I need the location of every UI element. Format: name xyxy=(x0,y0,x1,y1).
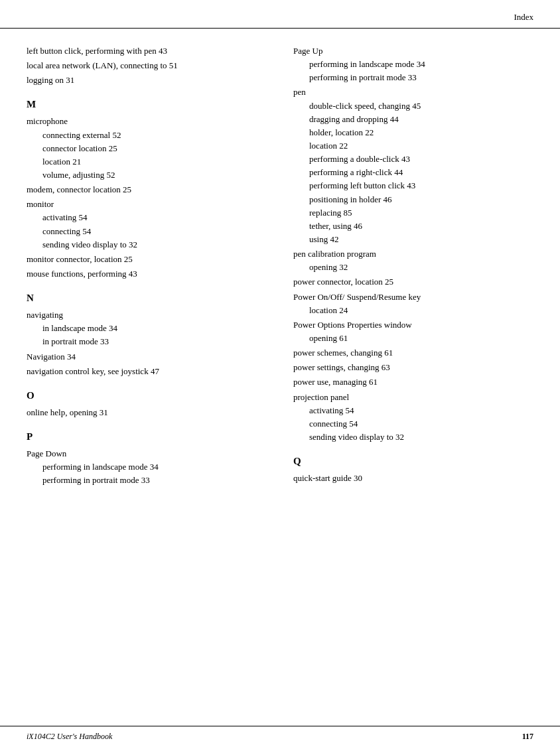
index-entry: online help, opening 31 xyxy=(27,406,267,419)
section-letter: N xyxy=(27,290,267,306)
main-term: power settings, changing 63 xyxy=(293,362,390,372)
index-entry: Page Downperforming in landscape mode 34… xyxy=(27,447,267,487)
sub-term: performing in landscape mode 34 xyxy=(293,58,533,71)
index-entry: Power Options Properties windowopening 6… xyxy=(293,318,533,345)
sub-term: location 21 xyxy=(27,155,267,169)
sub-term: connecting external 52 xyxy=(27,129,267,142)
main-term: logging on 31 xyxy=(27,75,74,85)
sub-term: performing in portrait mode 33 xyxy=(293,71,533,84)
sub-term: dragging and dropping 44 xyxy=(293,113,533,126)
sub-term: activating 54 xyxy=(27,211,267,224)
index-entry: Navigation 34 xyxy=(27,350,267,364)
sub-term: sending video display to 32 xyxy=(27,238,267,251)
main-term: navigation control key, see joystick 47 xyxy=(27,366,159,376)
left-column: left button click, performing with pen 4… xyxy=(27,44,280,488)
index-entry: navigatingin landscape mode 34in portrai… xyxy=(27,308,267,348)
main-term: pen xyxy=(293,87,306,97)
sub-term: performing a double-click 43 xyxy=(293,153,533,166)
footer-title: iX104C2 User's Handbook xyxy=(27,732,112,742)
sub-term: holder, location 22 xyxy=(293,126,533,139)
section-letter: O xyxy=(27,387,267,403)
sub-term: activating 54 xyxy=(293,404,533,417)
main-term: online help, opening 31 xyxy=(27,407,108,417)
index-entry: navigation control key, see joystick 47 xyxy=(27,365,267,378)
main-term: power schemes, changing 61 xyxy=(293,348,393,358)
main-term: power use, managing 61 xyxy=(293,377,378,387)
sub-term: performing in landscape mode 34 xyxy=(27,460,267,474)
index-entry: quick-start guide 30 xyxy=(293,472,533,485)
sub-term: double-click speed, changing 45 xyxy=(293,100,533,113)
sub-term: connecting 54 xyxy=(293,417,533,431)
main-term: Navigation 34 xyxy=(27,352,76,362)
index-entry: Power On/Off/ Suspend/Resume keylocation… xyxy=(293,291,533,317)
section-letter: M xyxy=(27,96,267,112)
main-term: mouse functions, performing 43 xyxy=(27,269,137,279)
index-entry: power use, managing 61 xyxy=(293,375,533,389)
page-container: Index left button click, performing with… xyxy=(0,0,560,747)
index-entry: Page Upperforming in landscape mode 34pe… xyxy=(293,44,533,84)
index-entry: power connector, location 25 xyxy=(293,275,533,289)
section-letter: P xyxy=(27,429,267,444)
index-entry: left button click, performing with pen 4… xyxy=(27,44,267,58)
sub-term: using 42 xyxy=(293,233,533,246)
main-term: pen calibration program xyxy=(293,249,376,259)
index-entry: logging on 31 xyxy=(27,74,267,87)
sub-term: sending video display to 32 xyxy=(293,431,533,444)
main-term: Page Down xyxy=(27,448,66,458)
sub-term: performing a right-click 44 xyxy=(293,166,533,179)
index-entry: mouse functions, performing 43 xyxy=(27,267,267,281)
main-term: quick-start guide 30 xyxy=(293,473,362,483)
main-term: Page Up xyxy=(293,46,322,56)
index-entry: modem, connector location 25 xyxy=(27,183,267,196)
sub-term: performing in portrait mode 33 xyxy=(27,474,267,487)
main-term: Power On/Off/ Suspend/Resume key xyxy=(293,292,421,302)
index-entry: projection panelactivating 54connecting … xyxy=(293,391,533,444)
index-entry: microphoneconnecting external 52connecto… xyxy=(27,115,267,182)
sub-term: in portrait mode 33 xyxy=(27,335,267,348)
index-entry: monitoractivating 54connecting 54sending… xyxy=(27,198,267,251)
main-term: monitor xyxy=(27,199,54,209)
sub-term: replacing 85 xyxy=(293,206,533,220)
sub-term: location 22 xyxy=(293,139,533,153)
index-entry: local area network (LAN), connecting to … xyxy=(27,59,267,72)
index-entry: power settings, changing 63 xyxy=(293,361,533,374)
index-entry: monitor connector, location 25 xyxy=(27,253,267,266)
main-term: Power Options Properties window xyxy=(293,320,412,330)
page-header: Index xyxy=(0,0,560,29)
sub-term: tether, using 46 xyxy=(293,220,533,233)
main-term: left button click, performing with pen 4… xyxy=(27,46,167,56)
section-letter: Q xyxy=(293,453,533,469)
content-area: left button click, performing with pen 4… xyxy=(0,29,560,528)
sub-term: connector location 25 xyxy=(27,142,267,155)
sub-term: location 24 xyxy=(293,304,533,317)
sub-term: connecting 54 xyxy=(27,225,267,238)
sub-term: volume, adjusting 52 xyxy=(27,169,267,182)
index-entry: pen calibration programopening 32 xyxy=(293,247,533,274)
main-term: monitor connector, location 25 xyxy=(27,254,133,264)
header-title: Index xyxy=(514,12,533,22)
main-term: navigating xyxy=(27,310,63,320)
right-column: Page Upperforming in landscape mode 34pe… xyxy=(280,44,533,488)
sub-term: performing left button click 43 xyxy=(293,179,533,192)
footer-page-number: 117 xyxy=(522,732,533,742)
main-term: microphone xyxy=(27,116,68,126)
main-term: power connector, location 25 xyxy=(293,277,393,287)
sub-term: opening 61 xyxy=(293,332,533,345)
main-term: modem, connector location 25 xyxy=(27,184,131,194)
page-footer: iX104C2 User's Handbook 117 xyxy=(0,726,560,747)
sub-term: positioning in holder 46 xyxy=(293,193,533,206)
sub-term: in landscape mode 34 xyxy=(27,322,267,335)
sub-term: opening 32 xyxy=(293,261,533,274)
index-entry: pendouble-click speed, changing 45draggi… xyxy=(293,86,533,246)
index-entry: power schemes, changing 61 xyxy=(293,346,533,360)
main-term: local area network (LAN), connecting to … xyxy=(27,60,178,70)
main-term: projection panel xyxy=(293,392,349,402)
